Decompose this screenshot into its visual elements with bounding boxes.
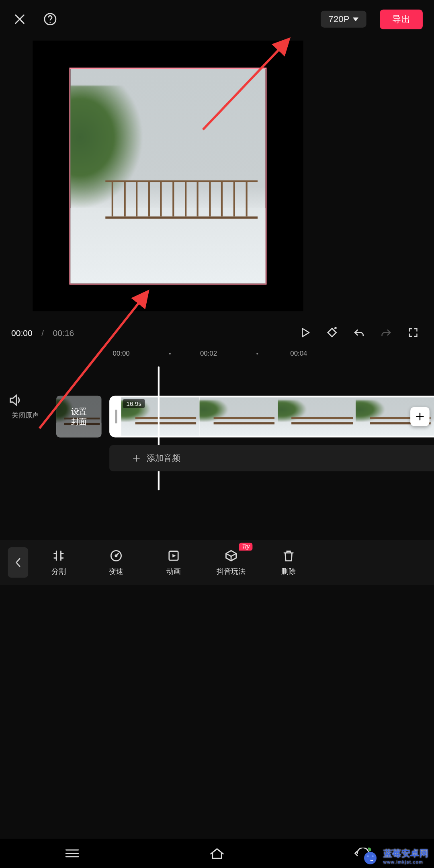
watermark-logo-icon [361,847,380,866]
svg-point-8 [367,855,369,857]
set-cover-button[interactable]: 设置 封面 [56,396,101,438]
tool-label: 抖音玩法 [217,567,246,577]
export-label: 导出 [392,14,410,23]
playhead[interactable] [158,366,160,491]
resolution-label: 720P [328,14,349,24]
mute-original-button[interactable]: 关闭原声 [8,393,43,421]
tool-label: 动画 [166,567,181,577]
svg-point-7 [364,852,377,864]
animation-icon [166,549,181,563]
try-badge: Try [239,543,252,551]
tool-animation[interactable]: 动画 [150,549,197,577]
ruler-dot [256,353,258,354]
watermark-title: 蓝莓安卓网 [383,848,428,858]
tool-label: 删除 [281,567,296,577]
ruler-tick: 00:00 [113,350,130,358]
timeline-ruler[interactable]: 00:00 00:02 00:04 [0,350,434,363]
clip-trim-handle-left[interactable] [111,397,121,436]
export-button[interactable]: 导出 [380,9,423,29]
nav-recent-icon[interactable] [50,848,95,859]
tool-delete[interactable]: 删除 [265,549,312,577]
player-bar: 00:00 / 00:16 [0,321,434,344]
add-audio-label: 添加音频 [147,453,180,464]
speed-icon [109,549,123,563]
ruler-tick: 00:04 [290,350,307,358]
undo-icon[interactable] [350,323,369,342]
tool-douyin-effects[interactable]: Try 抖音玩法 [207,549,255,577]
ruler-tick: 00:02 [200,350,217,358]
video-preview[interactable] [33,41,303,311]
keyframe-icon[interactable] [322,323,342,342]
resolution-button[interactable]: 720P [321,11,366,28]
clip-thumbnails [121,397,434,436]
nav-home-icon[interactable] [194,847,240,860]
total-time: 00:16 [53,328,74,338]
bottom-toolbar: 分割 变速 动画 Try 抖音玩法 删除 [0,540,434,585]
tool-label: 变速 [109,567,123,577]
mute-label: 关闭原声 [8,411,43,420]
svg-point-1 [49,22,51,23]
current-time: 00:00 [11,328,33,338]
watermark-sub: www.lmkjst.com [383,860,428,865]
trash-icon [281,549,296,563]
close-icon[interactable] [11,11,28,28]
preview-frame [70,68,267,285]
ruler-dot [169,353,171,354]
help-icon[interactable] [42,11,59,28]
tool-label: 分割 [51,567,66,577]
watermark: 蓝莓安卓网 www.lmkjst.com [361,847,428,866]
time-separator: / [40,328,45,338]
svg-point-3 [115,555,117,557]
svg-point-9 [372,855,374,857]
track-area: 关闭原声 设置 封面 16.9s [0,396,434,438]
cube-icon [224,549,238,563]
split-icon [51,549,66,563]
add-audio-row[interactable]: 添加音频 [109,445,434,471]
fullscreen-icon[interactable] [403,323,423,342]
clip-duration-badge: 16.9s [123,399,145,408]
tool-speed[interactable]: 变速 [92,549,140,577]
redo-icon[interactable] [377,323,396,342]
tool-split[interactable]: 分割 [35,549,82,577]
cover-label: 设置 封面 [56,396,101,438]
toolbar-back-button[interactable] [8,547,28,578]
preview-image [70,68,265,283]
add-clip-button[interactable] [410,407,430,426]
play-icon[interactable] [295,323,315,342]
